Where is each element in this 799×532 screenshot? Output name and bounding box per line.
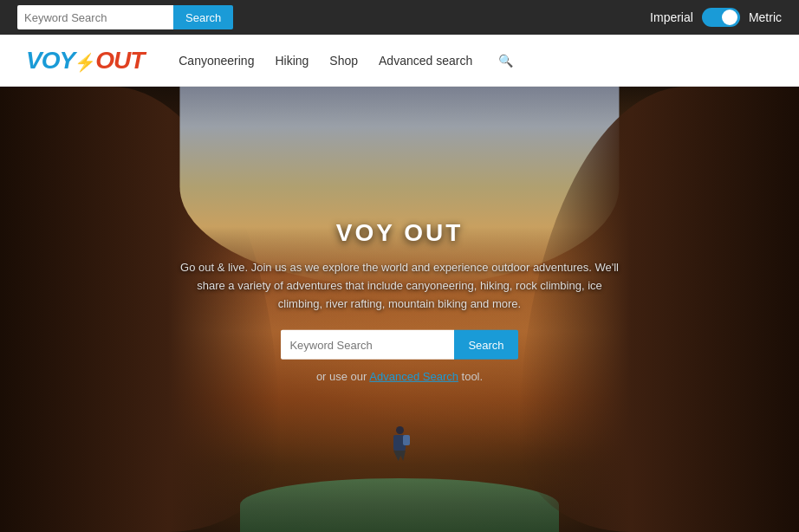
nav-link-canyoneering[interactable]: Canyoneering [179, 54, 254, 68]
person-body [393, 435, 406, 451]
nav-links: Canyoneering Hiking Shop Advanced search… [179, 53, 513, 68]
hero-advanced-search-text: or use our Advanced Search tool. [174, 370, 625, 383]
nav-item-hiking[interactable]: Hiking [275, 53, 309, 68]
nav-item-canyoneering[interactable]: Canyoneering [179, 53, 254, 68]
hero-search-button[interactable]: Search [454, 330, 517, 360]
unit-toggle-switch[interactable] [702, 8, 740, 27]
top-bar-search-area: Search [17, 5, 233, 29]
hero-after-link: tool. [458, 370, 483, 383]
toggle-knob [722, 10, 737, 25]
person-silhouette [391, 426, 408, 465]
metric-label: Metric [749, 10, 782, 24]
nav-search-icon-item[interactable]: 🔍 [493, 53, 513, 68]
nav-link-hiking[interactable]: Hiking [275, 54, 309, 68]
nav-search-icon[interactable]: 🔍 [498, 54, 513, 68]
imperial-label: Imperial [650, 10, 693, 24]
hero-section: VOY OUT Go out & live. Join us as we exp… [0, 87, 799, 532]
logo[interactable]: VOY⚡OUT [26, 49, 144, 73]
hero-search-input[interactable] [281, 330, 454, 360]
nav-bar: VOY⚡OUT Canyoneering Hiking Shop Advance… [0, 35, 799, 87]
nav-item-shop[interactable]: Shop [329, 53, 358, 68]
logo-voy: VOY [26, 47, 75, 74]
top-bar: Search Imperial Metric [0, 0, 799, 35]
hero-subtitle: Go out & live. Join us as we explore the… [174, 259, 625, 313]
nav-link-shop[interactable]: Shop [329, 54, 358, 68]
logo-out: OUT [95, 47, 144, 74]
cave-water [240, 478, 560, 532]
logo-icon: ⚡ [75, 54, 95, 71]
hero-or-prefix: or use our [316, 370, 369, 383]
top-search-input[interactable] [17, 5, 173, 29]
top-search-button[interactable]: Search [173, 5, 233, 29]
person-head [396, 426, 404, 434]
person-legs [393, 451, 406, 461]
hero-search-area: Search [174, 330, 625, 360]
nav-link-advanced-search[interactable]: Advanced search [379, 54, 472, 68]
hero-title: VOY OUT [174, 219, 625, 247]
hero-advanced-search-link[interactable]: Advanced Search [369, 370, 458, 383]
person-backpack [403, 435, 410, 445]
unit-toggle: Imperial Metric [650, 8, 782, 27]
nav-item-advanced-search[interactable]: Advanced search [379, 53, 472, 68]
hero-content: VOY OUT Go out & live. Join us as we exp… [174, 219, 625, 383]
